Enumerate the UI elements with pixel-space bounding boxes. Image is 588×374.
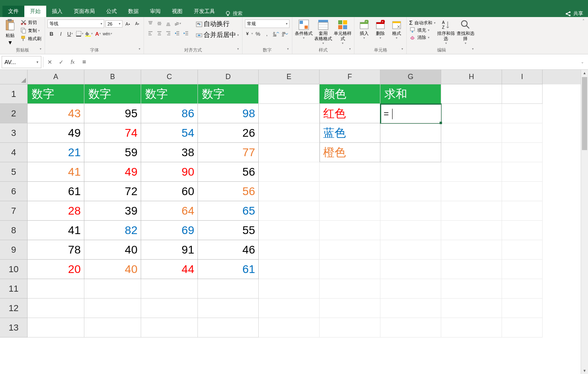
cell[interactable]: 74 [84,123,141,143]
align-middle-button[interactable] [155,19,163,28]
cell[interactable] [502,260,543,279]
wrap-text-button[interactable]: ab自动换行 [195,19,240,29]
cell[interactable] [502,104,543,123]
tab-layout[interactable]: 页面布局 [68,6,101,17]
cell[interactable] [502,201,543,221]
cut-button[interactable]: 剪切 [19,19,42,26]
format-table-button[interactable]: 套用 表格格式▾ [314,18,332,45]
increase-indent-button[interactable] [182,29,190,37]
cell[interactable] [380,182,441,201]
collapse-ribbon-button[interactable]: ˄ [579,17,588,54]
cell[interactable] [259,162,320,182]
cell[interactable] [380,279,441,299]
row-header[interactable]: 7 [0,201,28,221]
number-format-combo[interactable]: 常规▾ [245,19,290,28]
cell[interactable] [141,299,198,318]
comma-button[interactable]: , [263,30,271,38]
font-name-combo[interactable]: 等线▾ [47,19,104,28]
cell[interactable] [259,279,320,299]
vertical-scrollbar[interactable]: ▲ ▼ [581,70,588,374]
italic-button[interactable]: I [57,30,65,38]
cell[interactable] [380,260,441,279]
cell[interactable]: 数字 [198,84,259,104]
orientation-button[interactable]: ab [173,19,181,28]
cell[interactable]: 41 [28,162,84,182]
cell[interactable] [502,318,543,337]
cell[interactable]: 橙色 [320,143,380,162]
cell[interactable] [28,279,84,299]
increase-font-button[interactable]: A▴ [124,20,132,28]
bold-button[interactable]: B [47,30,56,38]
cell[interactable] [502,221,543,240]
cell[interactable] [502,143,543,162]
cell[interactable] [502,279,543,299]
cell[interactable] [502,84,543,104]
cell[interactable]: 数字 [84,84,141,104]
cell[interactable] [259,221,320,240]
cell[interactable]: 95 [84,104,141,123]
cell[interactable] [84,318,141,337]
cell[interactable] [380,318,441,337]
conditional-format-button[interactable]: 条件格式▾ [295,18,313,40]
cell[interactable]: 56 [198,182,259,201]
cell[interactable] [259,123,320,143]
cell[interactable] [380,162,441,182]
decrease-font-button[interactable]: A▾ [133,20,141,28]
cell[interactable] [198,279,259,299]
cell[interactable]: 77 [198,143,259,162]
tab-home[interactable]: 开始 [24,6,46,17]
sort-filter-button[interactable]: AZ排序和筛选▾ [437,18,455,45]
cell[interactable] [259,104,320,123]
column-header[interactable]: B [84,70,141,84]
cell[interactable]: 41 [28,221,84,240]
cell[interactable] [380,123,441,143]
cell[interactable] [441,260,502,279]
tab-review[interactable]: 审阅 [144,6,166,17]
font-size-combo[interactable]: 26▾ [105,20,122,28]
cell[interactable]: 数字 [141,84,198,104]
cell[interactable] [320,221,380,240]
cell[interactable] [441,299,502,318]
phonetic-button[interactable]: wén [103,30,112,38]
cell[interactable] [502,162,543,182]
autosum-button[interactable]: Σ自动求和 ▾ [409,19,436,26]
increase-decimal-button[interactable]: .0.00 [272,30,280,38]
row-header[interactable]: 5 [0,162,28,182]
cell[interactable] [259,84,320,104]
cell[interactable] [84,279,141,299]
cell[interactable] [380,299,441,318]
share-button[interactable]: 共享 [560,10,588,17]
column-header[interactable]: D [198,70,259,84]
active-cell-editing[interactable]: = [380,104,441,123]
copy-button[interactable]: 复制 ▾ [19,27,42,34]
cell[interactable] [441,84,502,104]
align-bottom-button[interactable] [164,19,172,28]
column-header[interactable]: G [380,70,441,84]
cell[interactable]: 82 [84,221,141,240]
find-select-button[interactable]: 查找和选择▾ [457,18,474,45]
row-header[interactable]: 9 [0,240,28,260]
cell[interactable]: 59 [84,143,141,162]
paste-button[interactable]: 粘贴 ▾ [2,18,18,46]
cell[interactable] [259,182,320,201]
cell[interactable]: 61 [198,260,259,279]
cell-styles-button[interactable]: 单元格样式▾ [334,18,352,45]
cell[interactable] [441,201,502,221]
cell[interactable] [502,182,543,201]
cell[interactable]: 64 [141,201,198,221]
cell[interactable] [441,104,502,123]
font-color-button[interactable]: A [94,30,102,38]
cell[interactable]: 54 [141,123,198,143]
cell[interactable] [28,299,84,318]
delete-cells-button[interactable]: ×删除▾ [373,18,388,40]
row-header[interactable]: 1 [0,84,28,104]
cell[interactable]: 求和 [380,84,441,104]
cell[interactable] [380,240,441,260]
cell[interactable]: 65 [198,201,259,221]
cell[interactable] [441,318,502,337]
cell[interactable]: 数字 [28,84,84,104]
row-header[interactable]: 6 [0,182,28,201]
column-header[interactable]: I [502,70,543,84]
column-header[interactable]: F [320,70,380,84]
cell[interactable] [259,240,320,260]
